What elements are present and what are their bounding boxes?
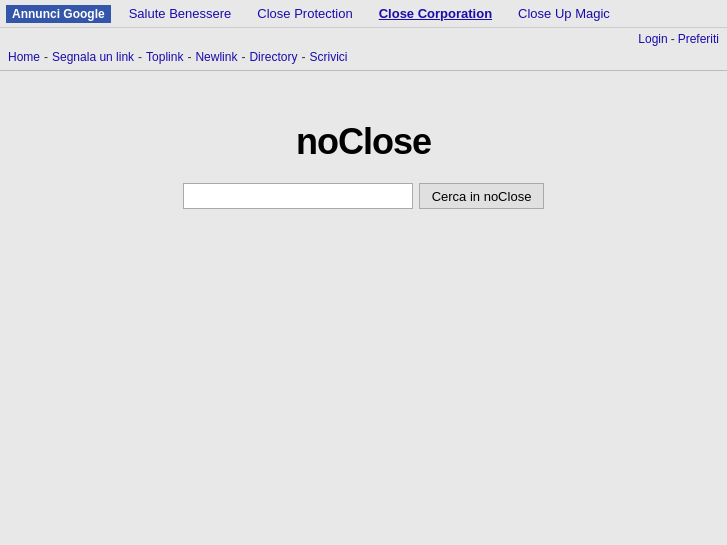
nav-sep-1: - bbox=[44, 50, 48, 64]
nav-sep-2: - bbox=[138, 50, 142, 64]
login-link[interactable]: Login bbox=[638, 32, 667, 46]
top-link-corporation[interactable]: Close Corporation bbox=[371, 6, 500, 21]
top-link-protection[interactable]: Close Protection bbox=[249, 6, 360, 21]
nav-sep-5: - bbox=[301, 50, 305, 64]
auth-separator: - bbox=[671, 32, 675, 46]
site-title: noClose bbox=[296, 121, 431, 163]
nav-sep-4: - bbox=[241, 50, 245, 64]
top-bar: Annunci Google Salute Benessere Close Pr… bbox=[0, 0, 727, 28]
nav-segnala[interactable]: Segnala un link bbox=[52, 50, 134, 64]
nav-sep-3: - bbox=[187, 50, 191, 64]
search-button[interactable]: Cerca in noClose bbox=[419, 183, 545, 209]
nav-toplink[interactable]: Toplink bbox=[146, 50, 183, 64]
search-form: Cerca in noClose bbox=[183, 183, 545, 209]
divider bbox=[0, 70, 727, 71]
nav-bar: Home - Segnala un link - Toplink - Newli… bbox=[0, 48, 727, 70]
preferiti-link[interactable]: Preferiti bbox=[678, 32, 719, 46]
nav-scrivici[interactable]: Scrivici bbox=[309, 50, 347, 64]
top-link-salute[interactable]: Salute Benessere bbox=[121, 6, 240, 21]
top-link-magic[interactable]: Close Up Magic bbox=[510, 6, 618, 21]
main-content: noClose Cerca in noClose bbox=[0, 101, 727, 209]
search-input[interactable] bbox=[183, 183, 413, 209]
annunci-google-button[interactable]: Annunci Google bbox=[6, 5, 111, 23]
auth-bar: Login - Preferiti bbox=[0, 28, 727, 48]
nav-home[interactable]: Home bbox=[8, 50, 40, 64]
nav-newlink[interactable]: Newlink bbox=[195, 50, 237, 64]
nav-directory[interactable]: Directory bbox=[249, 50, 297, 64]
